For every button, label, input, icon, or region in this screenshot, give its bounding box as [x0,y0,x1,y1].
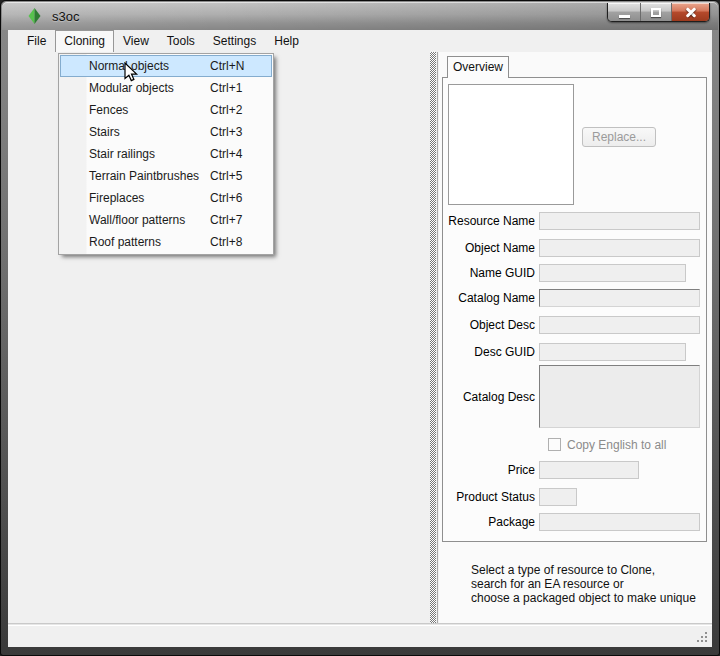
instructions-line-3: choose a packaged object to make unique [471,591,696,605]
package-input[interactable] [539,513,700,531]
menu-item-shortcut: Ctrl+5 [210,165,242,187]
overview-tabpage: Replace... Resource Name Object Name Nam… [442,77,707,542]
menu-item-shortcut: Ctrl+2 [210,99,242,121]
catalog-desc-label: Catalog Desc [443,388,535,406]
menu-item-label: Fireplaces [89,191,144,205]
menu-item-shortcut: Ctrl+8 [210,231,242,253]
menu-item-stair-railings[interactable]: Stair railings Ctrl+4 [60,143,272,165]
cloning-dropdown-menu: Normal objects Ctrl+N Modular objects Ct… [58,53,274,255]
tab-overview[interactable]: Overview [447,56,509,78]
menu-item-shortcut: Ctrl+3 [210,121,242,143]
menu-cloning[interactable]: Cloning [55,30,114,52]
price-label: Price [443,461,535,479]
menu-tools[interactable]: Tools [158,30,204,52]
menu-item-shortcut: Ctrl+7 [210,209,242,231]
menu-item-label: Fences [89,103,128,117]
desc-guid-label: Desc GUID [443,343,535,361]
catalog-desc-textarea[interactable] [539,365,700,428]
instructions-line-1: Select a type of resource to Clone, [471,563,696,577]
menu-help[interactable]: Help [265,30,308,52]
app-plumbob-icon [28,8,41,24]
menu-item-roof-patterns[interactable]: Roof patterns Ctrl+8 [60,231,272,253]
menu-item-label: Stair railings [89,147,155,161]
splitter-checker-pattern [430,52,436,623]
copy-english-label: Copy English to all [567,437,666,453]
menu-settings[interactable]: Settings [204,30,265,52]
maximize-button[interactable] [641,3,672,21]
preview-image-box [448,84,574,205]
menu-item-label: Wall/floor patterns [89,213,185,227]
menu-item-modular-objects[interactable]: Modular objects Ctrl+1 [60,77,272,99]
minimize-icon [619,15,630,18]
menu-item-terrain-paintbrushes[interactable]: Terrain Paintbrushes Ctrl+5 [60,165,272,187]
menu-item-wall-floor-patterns[interactable]: Wall/floor patterns Ctrl+7 [60,209,272,231]
menu-item-label: Modular objects [89,81,174,95]
menu-file[interactable]: File [18,30,55,52]
product-status-input[interactable] [539,488,577,506]
maximize-icon [651,8,661,17]
resource-name-label: Resource Name [443,212,535,230]
copy-english-checkbox[interactable] [548,438,561,451]
desc-guid-input[interactable] [539,343,686,361]
resource-name-input[interactable] [539,212,700,230]
name-guid-label: Name GUID [443,264,535,282]
resize-grip[interactable] [697,632,708,643]
status-bar [8,624,712,647]
catalog-name-input[interactable] [539,289,700,307]
window-controls [607,3,710,22]
minimize-button[interactable] [608,3,641,21]
window-title: s3oc [52,9,79,24]
instructions-text: Select a type of resource to Clone, sear… [471,563,696,605]
close-button[interactable] [672,3,709,21]
menu-item-label: Stairs [89,125,120,139]
menu-item-stairs[interactable]: Stairs Ctrl+3 [60,121,272,143]
object-name-input[interactable] [539,239,700,257]
panel-splitter[interactable] [429,52,439,623]
price-input[interactable] [539,461,639,479]
right-panel: Overview Replace... Resource Name Object… [439,52,712,623]
product-status-label: Product Status [443,488,535,506]
menu-item-shortcut: Ctrl+6 [210,187,242,209]
menu-item-normal-objects[interactable]: Normal objects Ctrl+N [60,55,272,77]
object-name-label: Object Name [443,239,535,257]
menu-item-fireplaces[interactable]: Fireplaces Ctrl+6 [60,187,272,209]
package-label: Package [443,513,535,531]
menu-item-fences[interactable]: Fences Ctrl+2 [60,99,272,121]
titlebar[interactable]: s3oc [2,2,718,30]
menu-item-label: Terrain Paintbrushes [89,169,199,183]
app-window: s3oc File Cloning View Tools Settings He… [0,0,720,656]
menu-item-shortcut: Ctrl+N [210,56,244,76]
catalog-name-label: Catalog Name [443,289,535,307]
name-guid-input[interactable] [539,264,686,282]
menu-view[interactable]: View [114,30,158,52]
object-desc-label: Object Desc [443,316,535,334]
mouse-cursor [124,62,139,83]
replace-button[interactable]: Replace... [582,127,656,147]
menu-item-shortcut: Ctrl+4 [210,143,242,165]
close-icon [685,7,697,18]
object-desc-input[interactable] [539,316,700,334]
instructions-line-2: search for an EA resource or [471,577,696,591]
menubar: File Cloning View Tools Settings Help [8,30,712,52]
menu-item-label: Roof patterns [89,235,161,249]
menu-item-shortcut: Ctrl+1 [210,77,242,99]
